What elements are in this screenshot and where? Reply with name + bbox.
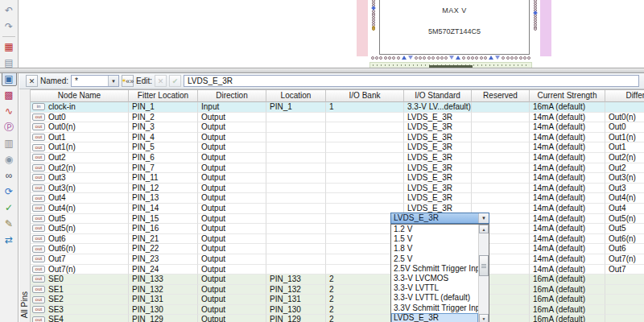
pin[interactable] bbox=[475, 56, 478, 60]
pin[interactable] bbox=[415, 56, 418, 60]
table-row[interactable]: outSE1PIN_132OutputPIN_132216mA (default… bbox=[31, 285, 644, 295]
cell[interactable]: PIN_12 bbox=[129, 184, 198, 194]
column-header[interactable]: Direction bbox=[198, 90, 266, 102]
pin[interactable] bbox=[384, 56, 387, 60]
cell[interactable]: Out3(n) bbox=[605, 173, 644, 184]
cell[interactable]: PIN_3 bbox=[129, 122, 198, 133]
cell[interactable]: PIN_5 bbox=[129, 142, 198, 153]
pin[interactable] bbox=[444, 56, 448, 60]
cell[interactable]: PIN_23 bbox=[129, 254, 198, 265]
cell[interactable] bbox=[605, 315, 644, 322]
table-row[interactable]: outOut1(n)PIN_5OutputLVDS_E_3R14mA (defa… bbox=[31, 142, 644, 153]
cell[interactable] bbox=[266, 265, 326, 275]
cell[interactable]: Output bbox=[198, 122, 266, 133]
dropdown-scrollbar[interactable]: ▲ ▼ bbox=[478, 225, 489, 322]
cell[interactable] bbox=[472, 173, 530, 184]
scrollbar-thumb[interactable] bbox=[479, 255, 489, 276]
cell[interactable]: PIN_24 bbox=[129, 265, 198, 275]
cell[interactable]: 14mA (default) bbox=[530, 244, 605, 254]
dropdown-item[interactable]: LVDS_E_3R bbox=[391, 313, 478, 322]
pin[interactable] bbox=[408, 56, 413, 60]
column-header[interactable]: Current Strength bbox=[530, 90, 605, 102]
pin[interactable] bbox=[489, 56, 493, 60]
table-row[interactable]: outOut4PIN_13OutputLVDS_E_3R14mA (defaul… bbox=[31, 193, 644, 204]
column-header[interactable]: Reserved bbox=[472, 90, 530, 102]
dropdown-item[interactable]: 2.5V Schmitt Trigger Input bbox=[391, 264, 478, 274]
route-icon[interactable]: ∿ bbox=[2, 104, 17, 118]
cell[interactable]: PIN_130 bbox=[129, 305, 198, 316]
edit-value-input[interactable]: LVDS_E_3R bbox=[184, 75, 639, 87]
cell[interactable] bbox=[472, 184, 530, 194]
table-row[interactable]: outSE2PIN_131OutputPIN_131216mA (default… bbox=[31, 295, 644, 305]
cell[interactable] bbox=[605, 102, 644, 113]
pin[interactable] bbox=[523, 56, 526, 60]
cell[interactable] bbox=[326, 193, 404, 204]
cell[interactable]: LVDS_E_3R bbox=[404, 113, 472, 123]
named-filter-combo[interactable]: * ▼ bbox=[71, 75, 119, 87]
cell[interactable]: Output bbox=[198, 184, 266, 194]
undo-icon[interactable]: ↶ bbox=[2, 3, 17, 18]
cell[interactable]: 16mA (default) bbox=[530, 285, 605, 295]
cell[interactable]: Out4 bbox=[605, 204, 644, 214]
table-row[interactable]: outOut3(n)PIN_12OutputLVDS_E_3R14mA (def… bbox=[31, 184, 644, 194]
cell[interactable]: Output bbox=[198, 204, 266, 214]
cell[interactable]: Output bbox=[198, 254, 266, 265]
cell[interactable]: PIN_129 bbox=[266, 315, 326, 322]
package-view-pane[interactable]: MAX V 5M570ZT144C5 bbox=[19, 0, 644, 68]
cell[interactable]: Out1 bbox=[605, 142, 644, 153]
swap-pins-icon[interactable]: ⇄ bbox=[2, 233, 17, 247]
table-row[interactable]: outOut2(n)PIN_7OutputLVDS_E_3R14mA (defa… bbox=[31, 163, 644, 174]
cell[interactable]: LVDS_E_3R bbox=[404, 184, 472, 194]
pin[interactable] bbox=[471, 56, 474, 60]
cell[interactable]: Output bbox=[198, 275, 266, 285]
chevron-down-icon[interactable]: ▼ bbox=[108, 76, 118, 86]
cell[interactable] bbox=[472, 133, 530, 143]
node-finder-button[interactable]: ✶ «» bbox=[122, 75, 134, 87]
table-row[interactable]: outOut6PIN_21OutputLVDS_E_3R14mA (defaul… bbox=[31, 234, 644, 245]
edit-apply-button[interactable]: ✔ bbox=[169, 75, 181, 87]
cell[interactable]: 14mA (default) bbox=[530, 153, 605, 163]
pin[interactable] bbox=[371, 56, 374, 60]
cell[interactable] bbox=[326, 113, 404, 123]
cell[interactable]: PIN_22 bbox=[129, 244, 198, 254]
cell[interactable]: 14mA (default) bbox=[530, 173, 605, 184]
cell[interactable] bbox=[605, 295, 644, 305]
dropdown-item[interactable]: 2.5 V bbox=[391, 254, 478, 264]
cell[interactable]: PIN_11 bbox=[129, 173, 198, 184]
pin[interactable] bbox=[419, 56, 422, 60]
table-row[interactable]: outOut4(n)PIN_14OutputLVDS_E_3R14mA (def… bbox=[31, 204, 644, 214]
pin[interactable] bbox=[449, 56, 454, 60]
cell[interactable] bbox=[472, 113, 530, 123]
table-row[interactable]: outOut0PIN_2OutputLVDS_E_3R14mA (default… bbox=[31, 113, 644, 123]
pin[interactable] bbox=[506, 56, 510, 60]
scroll-down-icon[interactable]: ▼ bbox=[479, 314, 489, 322]
cell[interactable]: Out6 bbox=[605, 244, 644, 254]
cell[interactable]: Output bbox=[198, 285, 266, 295]
cell[interactable]: LVDS_E_3R bbox=[404, 142, 472, 153]
cell[interactable]: Output bbox=[198, 153, 266, 163]
cell[interactable] bbox=[472, 163, 530, 174]
cell[interactable]: PIN_129 bbox=[129, 315, 198, 322]
cell[interactable] bbox=[266, 214, 326, 225]
pin[interactable] bbox=[502, 56, 505, 60]
cell[interactable]: Input bbox=[198, 102, 266, 113]
column-header[interactable]: Node Name bbox=[31, 90, 129, 102]
cell[interactable] bbox=[326, 142, 404, 153]
pin[interactable] bbox=[392, 56, 395, 60]
cell[interactable]: 14mA (default) bbox=[530, 234, 605, 245]
cell[interactable]: LVDS_E_3R bbox=[404, 193, 472, 204]
cell[interactable]: 14mA (default) bbox=[530, 254, 605, 265]
cell[interactable]: PIN_132 bbox=[266, 285, 326, 295]
cell[interactable]: Out1(n) bbox=[605, 133, 644, 143]
cell[interactable]: PIN_6 bbox=[129, 153, 198, 163]
pin[interactable] bbox=[519, 56, 522, 60]
cell[interactable] bbox=[472, 142, 530, 153]
cell[interactable]: 14mA (default) bbox=[530, 122, 605, 133]
pin[interactable] bbox=[480, 56, 483, 60]
iostd-combo-editor[interactable]: LVDS_E_3R ▼ bbox=[390, 213, 489, 224]
table-row[interactable]: outOut3PIN_11OutputLVDS_E_3R14mA (defaul… bbox=[31, 173, 644, 184]
cell[interactable]: PIN_130 bbox=[266, 305, 326, 316]
pin[interactable] bbox=[456, 56, 460, 60]
cell[interactable]: Output bbox=[198, 244, 266, 254]
device-icon[interactable]: ▥ bbox=[2, 136, 17, 151]
